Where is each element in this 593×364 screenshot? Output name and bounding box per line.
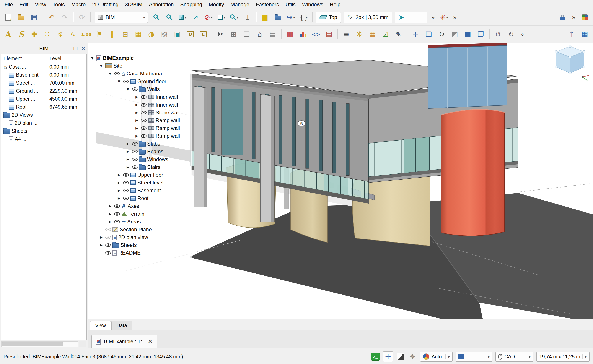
table-row-casa[interactable]: ⌂Casa ...0,00 mm xyxy=(1,63,87,71)
menu-windows[interactable]: Windows xyxy=(299,1,326,8)
cut-tool-icon[interactable]: ✂ xyxy=(214,29,227,40)
document-tab-bimexample-1[interactable]: BIMExample : 1*✕ xyxy=(92,335,157,348)
line-width-button[interactable]: ✎2px | 3,50 mm xyxy=(344,12,392,23)
menu-tools[interactable]: Tools xyxy=(49,1,68,8)
wp-proxy-icon[interactable]: ❐ xyxy=(474,29,487,40)
tab-data[interactable]: Data xyxy=(111,321,132,330)
offset-tool-icon[interactable]: ◩ xyxy=(448,29,461,40)
expand-arrow-icon[interactable]: ▼ xyxy=(107,72,113,76)
expand-arrow-icon[interactable]: ▼ xyxy=(90,56,95,60)
schedule-tool-icon[interactable] xyxy=(297,29,309,40)
image-plane-icon[interactable]: ▣ xyxy=(171,29,184,40)
code-tool-icon[interactable]: </> xyxy=(310,29,322,40)
expand-arrow-icon[interactable]: ▼ xyxy=(116,79,122,83)
menu-macro[interactable]: Macro xyxy=(68,1,89,8)
tab-view[interactable]: View xyxy=(90,321,111,330)
views-folder-icon[interactable] xyxy=(272,12,284,23)
toolbar-overflow-4[interactable]: » xyxy=(518,31,526,38)
tree-item-slabs[interactable]: ▶Slabs xyxy=(88,140,192,148)
menu-edit[interactable]: Edit xyxy=(16,1,32,8)
tree-item-stone-wall[interactable]: ▶Stone wall xyxy=(88,109,192,117)
level-d-icon[interactable]: D xyxy=(184,29,197,40)
save-document-icon[interactable] xyxy=(28,12,40,23)
rewind-tool-icon[interactable]: ↻ xyxy=(505,29,517,40)
spreadsheet-tool-icon[interactable]: ▦ xyxy=(366,29,379,40)
panel-horizontal-scrollbar[interactable] xyxy=(1,341,87,348)
material-tool-icon[interactable]: ❋ xyxy=(353,29,366,40)
working-plane-top-button[interactable]: Top xyxy=(316,12,341,23)
close-panel-icon[interactable]: ✕ xyxy=(81,46,85,51)
tree-item-ramp-wall[interactable]: ▶Ramp wall xyxy=(88,124,192,132)
tree-item-2d-plan-view[interactable]: ▶2D plan view xyxy=(88,234,192,241)
red-curved-wall[interactable] xyxy=(441,109,505,236)
scrollbar-thumb[interactable] xyxy=(2,342,63,346)
expand-arrow-icon[interactable]: ▶ xyxy=(125,157,130,161)
expand-arrow-icon[interactable]: ▶ xyxy=(134,118,139,122)
axonometric-view-icon[interactable]: ▾ xyxy=(176,12,189,23)
expand-arrow-icon[interactable]: ▶ xyxy=(116,196,122,200)
tree-item-beams[interactable]: ▶Beams xyxy=(88,148,192,156)
clone-tool-icon[interactable]: ↺ xyxy=(492,29,504,40)
tree-item-walls[interactable]: ▼Walls xyxy=(88,85,192,93)
menu-utils[interactable]: Utils xyxy=(282,1,299,8)
clipboard-tool-icon[interactable]: ▤ xyxy=(323,29,335,40)
annotation-style-icon[interactable]: ✎ xyxy=(392,29,405,40)
draft-wire-icon[interactable]: ↯ xyxy=(54,29,67,40)
text-tool-icon[interactable]: A xyxy=(2,29,14,40)
tree-item-bimexample[interactable]: ▼BIMExample xyxy=(88,54,192,62)
table-row-sheets[interactable]: Sheets xyxy=(1,127,87,135)
lock-icon[interactable] xyxy=(557,12,569,23)
menu-annotation[interactable]: Annotation xyxy=(146,1,177,8)
workbench-selector[interactable]: BIM▾ xyxy=(95,12,148,23)
shapestring-tool-icon[interactable]: S xyxy=(15,29,27,40)
expand-arrow-icon[interactable]: ▶ xyxy=(134,103,139,107)
tree-item-readme[interactable]: README xyxy=(88,249,192,257)
close-tab-icon[interactable]: ✕ xyxy=(148,338,153,345)
expand-arrow-icon[interactable]: ▶ xyxy=(116,181,122,185)
float-panel-icon[interactable]: ❐ xyxy=(73,46,78,51)
window-tool-icon[interactable]: ⊞ xyxy=(119,29,132,40)
tree-item-upper-floor[interactable]: ▶Upper floor xyxy=(88,171,192,179)
expand-arrow-icon[interactable]: ▶ xyxy=(134,134,139,138)
expand-arrow-icon[interactable]: ▶ xyxy=(125,142,130,146)
expand-arrow-icon[interactable]: ▶ xyxy=(107,212,113,216)
menu-file[interactable]: File xyxy=(1,1,16,8)
extrude-tool-icon[interactable]: ■ xyxy=(461,29,474,40)
menu-view[interactable]: View xyxy=(32,1,49,8)
tree-item-windows[interactable]: ▶Windows xyxy=(88,156,192,163)
table-row-ground[interactable]: Ground ...2229,39 mm xyxy=(1,87,87,95)
tree-item-section-plane[interactable]: Section Plane xyxy=(88,226,192,234)
upgrade-tool-icon[interactable]: ↑ xyxy=(566,29,578,40)
panel-tool-icon[interactable]: ⊞ xyxy=(227,29,240,40)
tree-item-site[interactable]: ▼Site xyxy=(88,62,192,70)
table-row-basement[interactable]: Basement0,00 mm xyxy=(1,71,87,79)
move-tool-icon[interactable]: ✛ xyxy=(409,29,422,40)
tree-item-inner-wall[interactable]: ▶Inner wall xyxy=(88,93,192,101)
todo-tool-icon[interactable]: ☑ xyxy=(379,29,392,40)
clipping-toggle[interactable] xyxy=(396,353,405,360)
dependency-graph-icon[interactable]: ✳▾ xyxy=(438,12,450,23)
zoom-selection-icon[interactable]: ▾ xyxy=(228,12,241,23)
python-console-toggle[interactable]: >_ xyxy=(371,353,380,361)
fit-all-icon[interactable] xyxy=(150,12,163,23)
new-document-icon[interactable] xyxy=(2,12,14,23)
expand-arrow-icon[interactable]: ▶ xyxy=(99,235,104,239)
expand-arrow-icon[interactable]: ▶ xyxy=(134,111,139,115)
3d-viewport[interactable]: 5 xyxy=(88,43,593,319)
table-row-2d-views[interactable]: 2D Views xyxy=(1,111,87,119)
tree-item-ramp-wall[interactable]: ▶Ramp wall xyxy=(88,132,192,140)
tree-item-casa-martirana[interactable]: ▼⌂Casa Martirana xyxy=(88,70,192,78)
tree-item-inner-wall[interactable]: ▶Inner wall xyxy=(88,101,192,109)
draw-style-icon[interactable]: ▾ xyxy=(215,12,228,23)
menu-3d-bim[interactable]: 3D/BIM xyxy=(122,1,146,8)
clerestory-glazing[interactable] xyxy=(428,43,507,109)
grid-tool-icon[interactable]: ▦ xyxy=(132,29,145,40)
table-row-street[interactable]: Street ...700,00 mm xyxy=(1,79,87,87)
rotate-tool-icon[interactable]: ↻ xyxy=(435,29,448,40)
table-row-a4[interactable]: A4 ... xyxy=(1,135,87,143)
tree-item-basement[interactable]: ▶Basement xyxy=(88,187,192,195)
expand-arrow-icon[interactable]: ▶ xyxy=(134,95,139,99)
navigation-cube[interactable] xyxy=(555,45,589,81)
level-e-icon[interactable]: E xyxy=(197,29,210,40)
stop-icon[interactable]: ⊘▾ xyxy=(202,12,215,23)
